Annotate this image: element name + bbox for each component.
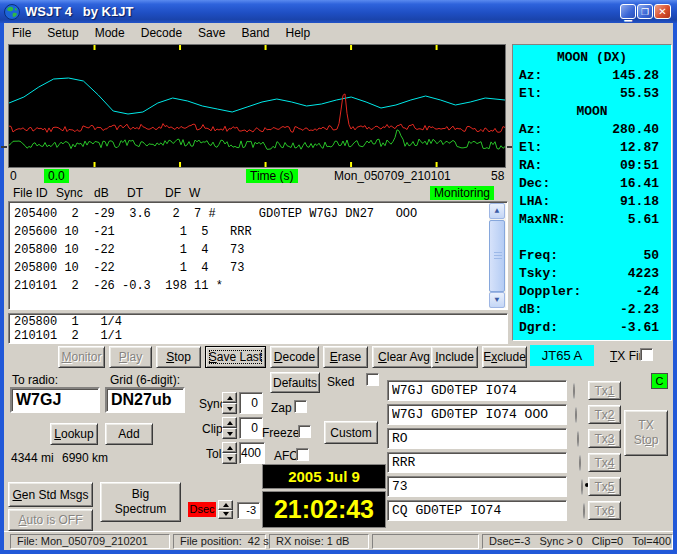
clip-spinner[interactable] (222, 417, 237, 439)
time-display: 21:02:43 (262, 491, 386, 528)
play-button[interactable]: Play (109, 346, 152, 368)
tx-message-1-input[interactable] (387, 380, 567, 401)
clip-value[interactable]: 0 (239, 417, 263, 439)
save-last-button[interactable]: Save Last (205, 346, 266, 368)
tx3-radio[interactable] (577, 431, 579, 447)
maximize-button[interactable]: ❐ (637, 4, 653, 19)
average-row[interactable]: 205800 1 1/4 (14, 315, 502, 329)
dsec-spin-down[interactable] (218, 510, 233, 520)
big-spectrum-button[interactable]: Big Spectrum (100, 482, 181, 522)
freeze-checkbox[interactable] (298, 425, 311, 438)
status-panel-settings: Dsec=-3 Sync > 0 Clip=0 Tol=400 (482, 534, 673, 549)
menu-item-band[interactable]: Band (233, 25, 277, 41)
decode-scrollbar[interactable]: ▲ ▼ (489, 203, 506, 308)
scroll-up-button[interactable]: ▲ (489, 203, 505, 219)
moon-section-header: MOON (DX) (513, 49, 671, 67)
custom-button[interactable]: Custom (324, 421, 378, 444)
minimize-button[interactable]: ▁ (620, 4, 636, 19)
tol-spinner[interactable] (222, 442, 237, 464)
menu-item-mode[interactable]: Mode (87, 25, 133, 41)
tx1-button[interactable]: Tx 1 (588, 381, 621, 400)
tx-first-checkbox[interactable] (640, 348, 653, 361)
tol-label: Tol (206, 447, 221, 461)
close-button[interactable]: ✕ (654, 4, 671, 19)
afc-label: AFC (274, 449, 298, 463)
decode-row[interactable]: 205600 10 -21 1 5 RRR (14, 223, 487, 241)
tx-message-2-input[interactable] (387, 404, 567, 425)
zap-checkbox[interactable] (294, 400, 307, 413)
tx6-button[interactable]: Tx 6 (588, 501, 621, 520)
exclude-button[interactable]: Exclude (482, 346, 527, 368)
monitor-button[interactable]: Monitor (58, 346, 105, 368)
clip-spin-down[interactable] (222, 428, 237, 439)
tol-spin-down[interactable] (222, 453, 237, 464)
clear-avg-button[interactable]: Clear Avg (372, 346, 436, 368)
menu-item-file[interactable]: File (4, 25, 39, 41)
decode-row[interactable]: 205800 10 -22 1 4 73 (14, 259, 487, 277)
column-header-dt: DT (127, 186, 143, 200)
tx5-button[interactable]: Tx 5 (588, 477, 621, 496)
defaults-button[interactable]: Defaults (270, 372, 320, 393)
decode-row[interactable]: 205400 2 -29 3.6 2 7 # GD0TEP W7GJ DN27 … (14, 205, 487, 223)
menu-item-save[interactable]: Save (190, 25, 233, 41)
tx2-radio[interactable] (575, 407, 577, 423)
dsec-spinner[interactable] (218, 500, 233, 519)
scrollbar-thumb[interactable] (489, 220, 505, 292)
tx1-radio[interactable] (573, 383, 575, 399)
column-header-df: DF (165, 186, 181, 200)
graph-level-tick-left (1, 146, 7, 148)
moon-row-el: El:55.53 (513, 85, 671, 103)
menu-item-setup[interactable]: Setup (39, 25, 86, 41)
titlebar[interactable]: WSJT 4 by K1JT ▁ ❐ ✕ (0, 0, 677, 23)
sync-spinner[interactable] (222, 392, 237, 414)
tx4-button[interactable]: Tx 4 (588, 453, 621, 472)
menu-item-decode[interactable]: Decode (133, 25, 190, 41)
dsec-value[interactable]: -3 (237, 502, 260, 519)
include-button[interactable]: Include (431, 346, 478, 368)
stop-button[interactable]: Stop (156, 346, 201, 368)
to-radio-label: To radio: (12, 373, 58, 387)
tx-message-6-input[interactable] (387, 500, 567, 521)
tx-message-5-input[interactable] (387, 476, 567, 497)
status-panel-spare (372, 534, 479, 549)
sync-value[interactable]: 0 (239, 392, 263, 414)
sync-spin-down[interactable] (222, 403, 237, 414)
window-border-bottom (0, 550, 677, 554)
decode-text-area[interactable]: ▲ ▼ 205400 2 -29 3.6 2 7 # GD0TEP W7GJ D… (8, 201, 508, 310)
dsec-spin-up[interactable] (218, 500, 233, 510)
scroll-down-button[interactable]: ▼ (489, 292, 505, 308)
afc-checkbox[interactable] (296, 448, 309, 461)
tx2-button[interactable]: Tx 2 (588, 405, 621, 424)
moon-row-freq: Freq:50 (513, 247, 671, 265)
erase-button[interactable]: Erase (323, 346, 368, 368)
tx6-radio[interactable] (583, 503, 585, 519)
window-border-right (673, 23, 677, 554)
decode-button[interactable]: Decode (270, 346, 319, 368)
tol-value[interactable]: 400 (239, 442, 265, 464)
tx3-button[interactable]: Tx 3 (588, 429, 621, 448)
date-display: 2005 Jul 9 (262, 464, 386, 489)
spectrum-plot[interactable] (8, 44, 506, 168)
sked-checkbox[interactable] (366, 373, 379, 386)
menu-item-help[interactable]: Help (278, 25, 319, 41)
to-radio-input[interactable] (10, 387, 100, 413)
clip-spin-up[interactable] (222, 417, 237, 428)
lookup-button[interactable]: Lookup (50, 423, 98, 445)
tx5-radio[interactable] (581, 479, 583, 495)
status-panel-file: File: Mon_050709_210201 (10, 534, 170, 549)
add-button[interactable]: Add (105, 423, 153, 445)
decode-row[interactable]: 210101 2 -26 -0.3 198 11 * (14, 277, 487, 295)
gen-std-msgs-button[interactable]: Gen Std Msgs (8, 482, 93, 507)
average-text-area[interactable]: 205800 1 1/4210101 2 1/1 (8, 313, 508, 344)
tx-message-4-input[interactable] (387, 452, 567, 473)
sync-spin-up[interactable] (222, 392, 237, 403)
tol-spin-up[interactable] (222, 442, 237, 453)
wsjt-window: WSJT 4 by K1JT ▁ ❐ ✕ FileSetupModeDecode… (0, 0, 677, 554)
tx4-radio[interactable] (579, 455, 581, 471)
average-row[interactable]: 210101 2 1/1 (14, 329, 502, 343)
decode-row[interactable]: 205800 10 -22 1 4 73 (14, 241, 487, 259)
auto-button[interactable]: Auto is OFF (8, 509, 93, 531)
tx-message-3-input[interactable] (387, 428, 567, 449)
grid-input[interactable] (105, 387, 185, 413)
tx-stop-button[interactable]: TX Stop (624, 410, 668, 456)
